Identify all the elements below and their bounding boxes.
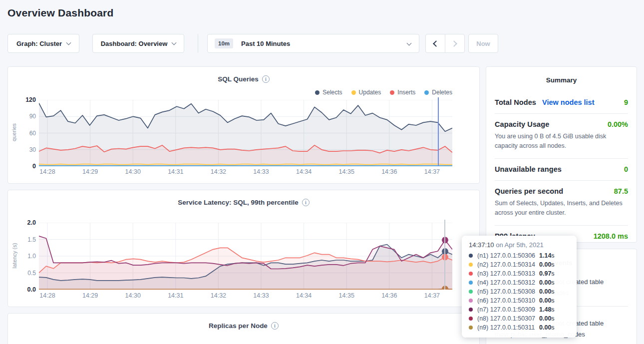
time-range-badge: 10m: [215, 38, 233, 48]
summary-item-3: Queries per second87.5Sum of Selects, Up…: [495, 180, 628, 225]
legend-dot: [351, 90, 356, 95]
x-tick-label: 14:28: [32, 292, 62, 299]
overview-dashboard-page: Overview Dashboard Graph: Cluster Dashbo…: [0, 0, 644, 344]
chevron-down-icon: [66, 40, 71, 45]
x-tick-label: 14:29: [75, 292, 105, 299]
latency-plot[interactable]: [39, 223, 452, 290]
latency-title-text: Service Latency: SQL, 99th percentile: [178, 199, 299, 206]
node-color-dot: [469, 272, 473, 276]
sql-hover-line: [438, 97, 439, 166]
dashboard-dropdown[interactable]: Dashboard: Overview: [92, 34, 184, 53]
node-address: (n9) 127.0.0.1:50311: [477, 324, 539, 331]
y-tick-label: 60: [19, 130, 36, 137]
node-latency-unit: s: [551, 270, 554, 277]
x-tick-label: 14:30: [118, 292, 148, 299]
node-address: (n2) 127.0.0.1:50314: [477, 261, 539, 268]
node-address: (n5) 127.0.0.1:50308: [477, 288, 539, 295]
legend-dot: [390, 90, 394, 95]
y-tick-label: 2.0: [19, 219, 36, 226]
node-address: (n6) 127.0.0.1:50310: [477, 297, 539, 304]
x-tick-label: 14:32: [203, 168, 233, 175]
x-tick-label: 14:31: [161, 292, 191, 299]
y-tick-label: 90: [19, 113, 36, 120]
replicas-title-text: Replicas per Node: [209, 322, 268, 330]
time-forward-button[interactable]: [445, 34, 465, 53]
chart-canvas: [39, 223, 452, 290]
legend-dot: [424, 90, 429, 95]
now-button[interactable]: Now: [468, 34, 498, 53]
x-tick-label: 14:37: [417, 168, 447, 175]
node-latency-value: 0.00: [539, 315, 551, 322]
latency-y-axis-label: latency (s): [11, 243, 17, 269]
y-tick-label: 0.5: [19, 270, 36, 277]
legend-item-deletes[interactable]: Deletes: [424, 89, 452, 96]
legend-item-updates[interactable]: Updates: [351, 89, 381, 96]
legend-item-selects[interactable]: Selects: [315, 89, 342, 96]
x-tick-label: 14:34: [289, 292, 319, 299]
latency-hover-line: [444, 220, 445, 290]
time-range-dropdown[interactable]: 10m Past 10 Minutes: [207, 34, 419, 53]
node-color-dot: [469, 254, 473, 258]
graph-scope-dropdown[interactable]: Graph: Cluster: [7, 34, 79, 53]
chart-canvas: [39, 100, 452, 166]
summary-row: Capacity Usage0.00%: [495, 120, 628, 128]
info-icon[interactable]: i: [302, 199, 310, 206]
summary-item-0: Total NodesView nodes list9: [495, 92, 628, 113]
y-tick-label: 1.5: [19, 236, 36, 243]
replicas-panel: Replicas per Node i: [7, 313, 480, 344]
info-icon[interactable]: i: [271, 322, 279, 330]
node-latency-unit: s: [551, 324, 554, 331]
node-color-dot: [469, 326, 473, 330]
node-address: (n1) 127.0.0.1:50306: [477, 252, 539, 259]
node-latency-value: 0.00: [539, 297, 551, 304]
tooltip-time: 14:37:10: [469, 241, 494, 249]
time-range-label: Past 10 Minutes: [241, 40, 290, 47]
dashboard-label: Dashboard: Overview: [101, 40, 168, 47]
y-tick-label: 30: [19, 146, 36, 153]
legend-item-inserts[interactable]: Inserts: [390, 89, 415, 96]
node-latency-value: 1.48: [539, 306, 551, 313]
time-back-button[interactable]: [425, 34, 445, 53]
x-tick-label: 14:33: [246, 168, 276, 175]
node-address: (n7) 127.0.0.1:50309: [477, 306, 539, 313]
y-tick-label: 1.0: [19, 253, 36, 260]
y-tick-label: 120: [19, 96, 36, 103]
tooltip-node-row: (n8) 127.0.0.1:503070.00 s: [469, 314, 570, 323]
sql-queries-plot[interactable]: [39, 100, 452, 166]
x-tick-label: 14:37: [417, 292, 447, 299]
summary-label: Total Nodes: [495, 98, 536, 106]
view-nodes-list-link[interactable]: View nodes list: [542, 98, 595, 106]
node-color-dot: [469, 290, 473, 294]
summary-row: Unavailable ranges0: [495, 165, 628, 173]
x-tick-label: 14:36: [374, 292, 404, 299]
legend-label: Selects: [322, 89, 342, 96]
summary-list: Total NodesView nodes list9Capacity Usag…: [495, 92, 628, 247]
page-title: Overview Dashboard: [7, 7, 114, 19]
x-tick-label: 14:36: [374, 168, 404, 175]
node-color-dot: [469, 308, 473, 312]
node-latency-value: 1.14: [539, 252, 551, 259]
tooltip-rows: (n1) 127.0.0.1:503061.14 s(n2) 127.0.0.1…: [469, 251, 570, 332]
node-color-dot: [469, 299, 473, 303]
node-color-dot: [469, 317, 473, 321]
summary-panel: Summary Total NodesView nodes list9Capac…: [486, 66, 637, 243]
summary-row: Total NodesView nodes list9: [495, 98, 628, 106]
node-latency-unit: s: [551, 315, 554, 322]
x-tick-label: 14:30: [118, 168, 148, 175]
legend-label: Inserts: [397, 89, 415, 96]
chevron-down-icon: [407, 41, 412, 46]
summary-label: Unavailable ranges: [495, 165, 562, 173]
tooltip-date: on Apr 5th, 2021: [494, 241, 544, 249]
summary-description: You are using 0 B of 4.5 GiB usable disk…: [495, 132, 628, 151]
info-icon[interactable]: i: [262, 75, 270, 83]
node-latency-value: 0.00: [539, 279, 551, 286]
node-color-dot: [469, 281, 473, 285]
summary-item-2: Unavailable ranges0: [495, 158, 628, 180]
sql-queries-title-text: SQL Queries: [218, 75, 259, 83]
tooltip-timestamp: 14:37:10 on Apr 5th, 2021: [469, 241, 570, 249]
node-address: (n8) 127.0.0.1:50307: [477, 315, 539, 322]
summary-value: 0: [624, 165, 628, 173]
summary-value: 9: [624, 98, 628, 106]
node-color-dot: [469, 263, 473, 267]
node-address: (n3) 127.0.0.1:50313: [477, 270, 539, 277]
